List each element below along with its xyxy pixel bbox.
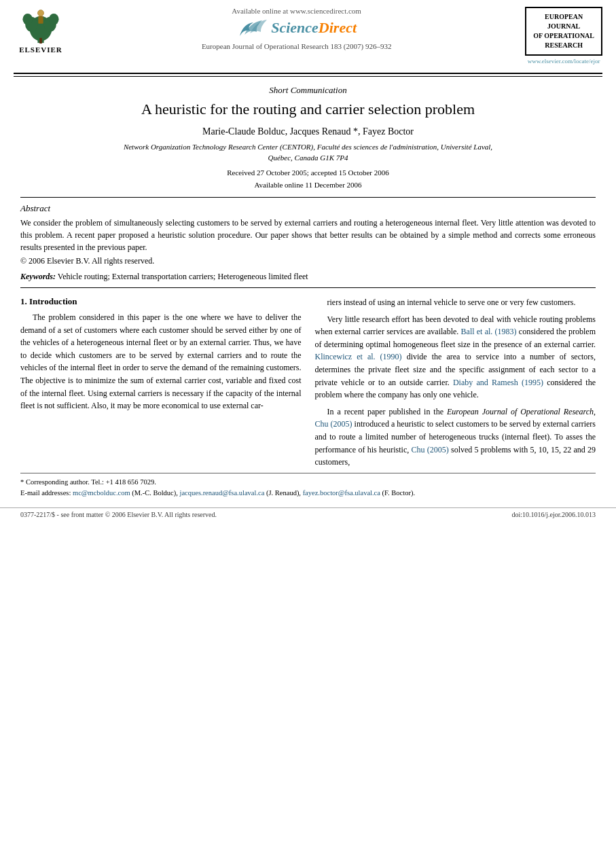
ref-ball: Ball et al. (1983) (461, 327, 517, 336)
svg-rect-6 (39, 38, 42, 43)
available-date: Available online 11 December 2006 (254, 181, 361, 189)
page: ELSEVIER Available online at www.science… (0, 0, 616, 841)
ref-klincewicz: Klincewicz et al. (1990) (315, 352, 402, 361)
abstract-body: We consider the problem of simultaneousl… (20, 218, 596, 252)
elsevier-logo: ELSEVIER (14, 7, 68, 54)
abstract-divider-top (20, 197, 596, 198)
svg-point-7 (37, 10, 43, 16)
sd-logo-text: ScienceDirect (271, 19, 357, 37)
ref-chu2005b: Chu (2005) (412, 445, 449, 454)
col2-para3: In a recent paper published in the Europ… (315, 406, 596, 469)
received-date: Received 27 October 2005; accepted 15 Oc… (227, 168, 389, 177)
elsevier-label: ELSEVIER (19, 46, 62, 54)
dates: Received 27 October 2005; accepted 15 Oc… (20, 166, 596, 192)
header: ELSEVIER Available online at www.science… (0, 0, 616, 67)
keywords-line: Keywords: Vehicle routing; External tran… (20, 272, 596, 282)
ref-chu2005a: Chu (2005) (315, 419, 352, 429)
elsevier-tree-icon (17, 7, 65, 44)
email1-name: (M.-C. Bolduc), (132, 489, 178, 497)
email2[interactable]: jacques.renaud@fsa.ulaval.ca (180, 489, 265, 497)
journal-ref: European Journal of Operational Research… (202, 42, 392, 50)
section1-body: The problem considered in this paper is … (20, 311, 302, 412)
copyright: © 2006 Elsevier B.V. All rights reserved… (20, 256, 596, 266)
article-title: A heuristic for the routing and carrier … (20, 100, 596, 120)
sciencedirect-header: Available online at www.sciencedirect.co… (68, 7, 525, 50)
email1[interactable]: mc@mcbolduc.com (73, 489, 130, 497)
col2-para2: Very little research effort has been dev… (315, 313, 596, 401)
header-divider-top (14, 73, 602, 74)
footnote-area: * Corresponding author. Tel.: +1 418 656… (20, 473, 596, 500)
svg-point-4 (22, 14, 33, 25)
abstract-text: We consider the problem of simultaneousl… (20, 217, 596, 253)
svg-point-5 (49, 14, 59, 25)
affiliation-line2: Québec, Canada G1K 7P4 (268, 154, 348, 162)
bottom-bar: 0377-2217/$ - see front matter © 2006 El… (0, 507, 616, 521)
two-column-body: 1. Introduction The problem considered i… (20, 296, 596, 473)
ejor-box: EUROPEANJOURNALOF OPERATIONALRESEARCH (525, 7, 602, 56)
abstract-divider-bottom (20, 287, 596, 288)
section1-heading: 1. Introduction (20, 296, 302, 307)
left-column: 1. Introduction The problem considered i… (20, 296, 302, 473)
ejor-title: EUROPEANJOURNALOF OPERATIONALRESEARCH (533, 12, 594, 50)
section-type: Short Communication (20, 85, 596, 96)
footnote-corresponding: * Corresponding author. Tel.: +1 418 656… (20, 477, 596, 488)
abstract-section: Abstract We consider the problem of simu… (20, 203, 596, 266)
section1-col2-body: riers instead of using an internal vehic… (315, 296, 596, 469)
affiliation-line1: Network Organization Technology Research… (124, 143, 492, 151)
affiliation: Network Organization Technology Research… (20, 141, 596, 164)
abstract-title: Abstract (20, 203, 596, 214)
email2-name: (J. Renaud), (266, 489, 301, 497)
sd-bird-icon (236, 17, 267, 39)
email3[interactable]: fayez.boctor@fsa.ulaval.ca (303, 489, 380, 497)
col2-para1: riers instead of using an internal vehic… (315, 296, 596, 309)
keywords-label: Keywords: (20, 272, 56, 281)
article-content: Short Communication A heuristic for the … (0, 85, 616, 473)
sciencedirect-logo: ScienceDirect (236, 17, 357, 39)
doi-text: doi:10.1016/j.ejor.2006.10.013 (511, 511, 596, 518)
ejor-website: www.elsevier.com/locate/ejor (528, 58, 600, 65)
keywords-values: Vehicle routing; External transportation… (58, 272, 308, 281)
email-label: E-mail addresses: (20, 489, 71, 497)
footnote-emails: E-mail addresses: mc@mcbolduc.com (M.-C.… (20, 488, 596, 499)
authors: Marie-Claude Bolduc, Jacques Renaud *, F… (20, 126, 596, 137)
header-divider-bottom (14, 76, 602, 77)
available-online-text: Available online at www.sciencedirect.co… (232, 7, 361, 15)
ref-diaby: Diaby and Ramesh (1995) (453, 378, 543, 387)
issn-text: 0377-2217/$ - see front matter © 2006 El… (20, 511, 217, 518)
email3-name: (F. Boctor). (382, 489, 415, 497)
right-column: riers instead of using an internal vehic… (315, 296, 596, 473)
svg-rect-8 (38, 16, 43, 24)
section1-para1: The problem considered in this paper is … (20, 311, 302, 412)
